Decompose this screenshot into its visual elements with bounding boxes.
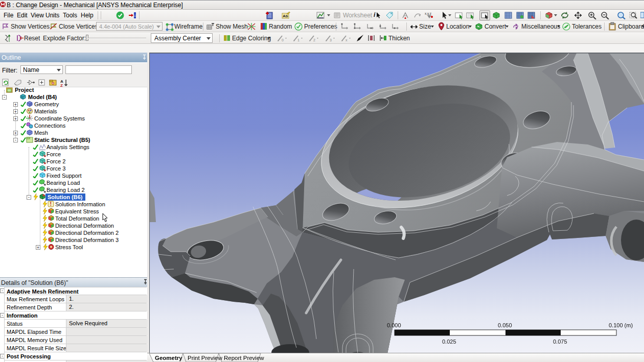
svg-text:3: 3 [330,38,332,42]
svg-text:x: x [346,38,348,42]
svg-text:2: 2 [313,38,315,42]
svg-text:0.100 (m): 0.100 (m) [609,322,633,328]
svg-text:0.000: 0.000 [387,322,401,328]
svg-text:x,y,z: x,y,z [425,12,431,16]
svg-text:0: 0 [282,38,284,42]
svg-text:0.050: 0.050 [498,322,512,328]
svg-text:0.075: 0.075 [553,339,567,345]
svg-text:1: 1 [297,38,300,42]
svg-text:0.025: 0.025 [442,339,456,345]
svg-text:!: ! [50,201,52,207]
